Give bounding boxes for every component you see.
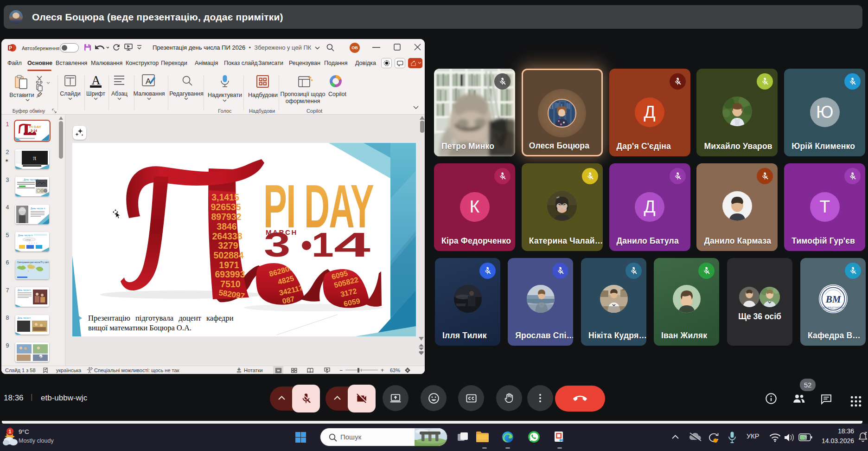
svg-text:1: 1	[312, 226, 334, 264]
svg-text:☼ ☼ ☼ ☼: ☼ ☼ ☼ ☼	[28, 242, 38, 244]
svg-text:7510: 7510	[220, 279, 241, 289]
svg-text:3279: 3279	[218, 240, 238, 251]
svg-text:897932: 897932	[211, 212, 241, 222]
svg-text:День числа π: День числа π	[18, 317, 31, 319]
svg-text:926535: 926535	[211, 202, 241, 212]
svg-text:День числа π: День числа π	[31, 207, 45, 210]
svg-text:P: P	[9, 45, 12, 51]
svg-text:стенд: стенд	[26, 238, 31, 241]
svg-text:502884: 502884	[213, 250, 243, 260]
svg-text:1971: 1971	[219, 260, 239, 270]
svg-text:693993: 693993	[215, 269, 245, 279]
svg-text:3: 3	[264, 226, 290, 264]
svg-text:3,1415: 3,1415	[211, 192, 239, 202]
svg-text:4: 4	[334, 226, 370, 264]
svg-text:День числа π: День числа π	[18, 289, 31, 291]
svg-text:ВМ: ВМ	[825, 294, 841, 305]
svg-text:Святкування дня числа ПІ у сві: Святкування дня числа ПІ у світі	[17, 261, 49, 264]
svg-text:A: A	[146, 77, 151, 86]
svg-text:вищої математики Боцюра О.А.: вищої математики Боцюра О.А.	[88, 323, 191, 332]
svg-text:ВМ: ВМ	[39, 356, 42, 358]
svg-text:π: π	[33, 155, 36, 161]
svg-text:3·14: 3·14	[31, 129, 37, 132]
svg-text:PI DAY: PI DAY	[29, 125, 42, 129]
svg-text:КАФЕДРА ВИЩОЇ МАТЕМАТИКИ: КАФЕДРА ВИЩОЇ МАТЕМАТИКИ	[819, 306, 848, 309]
svg-text:264338: 264338	[212, 231, 242, 241]
svg-text:3846: 3846	[217, 221, 237, 232]
svg-text:Презентацію підготувала доцент: Презентацію підготувала доцент кафедри	[88, 314, 234, 322]
svg-text:День числа π: День числа π	[18, 234, 33, 237]
